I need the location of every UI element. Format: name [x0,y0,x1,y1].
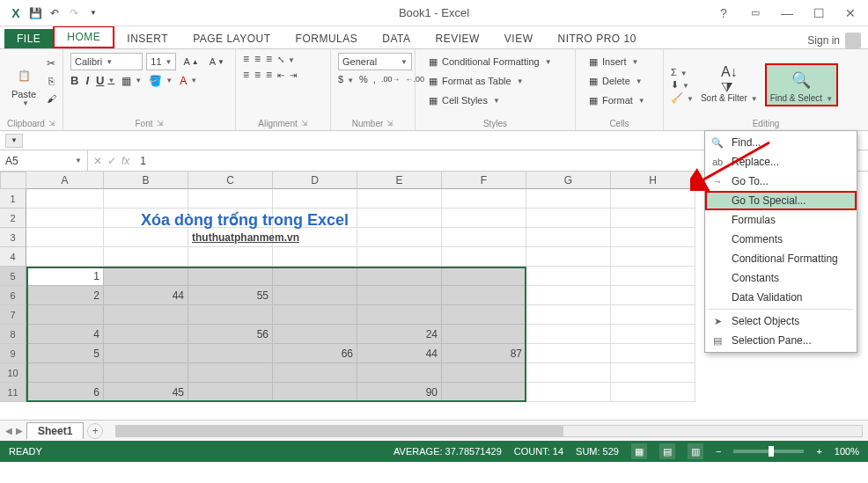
ribbon-collapse-button[interactable]: ▼ [5,134,23,148]
cell-F9[interactable]: 87 [442,344,526,363]
cell-A1[interactable] [26,189,104,209]
cell-A5[interactable]: 1 [26,267,104,286]
cell-C10[interactable] [188,363,273,383]
row-header-10[interactable]: 10 [0,363,26,383]
cell-G11[interactable] [526,383,611,402]
tab-insert[interactable]: INSERT [114,29,180,48]
cells-delete-button[interactable]: ▦Delete▼ [583,72,656,90]
cell-A9[interactable]: 5 [26,344,104,363]
view-layout-icon[interactable]: ▤ [659,443,675,459]
cell-E4[interactable] [357,247,442,267]
cell-D4[interactable] [273,247,357,267]
cell-B5[interactable] [104,267,188,286]
cell-H6[interactable] [611,286,695,305]
cells-insert-button[interactable]: ▦Insert▼ [583,53,656,70]
cell-F8[interactable] [442,325,526,344]
sheet-tab[interactable]: Sheet1 [26,422,84,439]
cell-A8[interactable]: 4 [26,325,104,344]
copy-icon[interactable]: ⎘ [44,74,58,88]
cell-styles-button[interactable]: ▦Cell Styles▼ [423,91,568,109]
cell-E8[interactable]: 24 [357,325,442,344]
tab-data[interactable]: DATA [370,29,423,48]
cell-C11[interactable] [188,383,273,402]
cell-E2[interactable] [357,209,442,228]
view-normal-icon[interactable]: ▦ [631,443,647,459]
cell-A3[interactable] [26,228,104,247]
row-header-8[interactable]: 8 [0,325,26,344]
font-name-combo[interactable]: Calibri▼ [70,53,143,70]
fx-button[interactable]: fx [121,155,129,167]
cell-G9[interactable] [526,344,611,363]
col-header-E[interactable]: E [357,172,442,189]
col-header-A[interactable]: A [26,172,104,189]
find-select-button[interactable]: 🔍 Find & Select▼ [765,63,838,107]
grow-font-button[interactable]: A▲ [180,55,202,69]
cell-F5[interactable] [442,267,526,286]
tab-page-layout[interactable]: PAGE LAYOUT [180,29,283,48]
menu-formulas[interactable]: Formulas [705,210,857,230]
minimize-button[interactable]: — [776,6,798,20]
border-button[interactable]: ▦▼ [121,75,142,87]
cell-A4[interactable] [26,247,104,267]
cell-E1[interactable] [357,189,442,209]
cell-E7[interactable] [357,305,442,325]
cell-B8[interactable] [104,325,188,344]
cell-G3[interactable] [526,228,611,247]
font-size-combo[interactable]: 11▼ [146,53,176,70]
align-center-icon[interactable]: ≡ [254,69,261,81]
percent-button[interactable]: % [359,74,368,84]
cell-G4[interactable] [526,247,611,267]
cell-G5[interactable] [526,267,611,286]
tab-view[interactable]: VIEW [492,29,546,48]
align-left-icon[interactable]: ≡ [243,69,249,81]
cell-C6[interactable]: 55 [188,286,273,305]
add-sheet-button[interactable]: + [87,423,103,439]
cell-D7[interactable] [273,305,357,325]
tab-nitro[interactable]: NITRO PRO 10 [546,29,649,48]
save-icon[interactable]: 💾 [28,6,42,20]
cell-C9[interactable] [188,344,273,363]
conditional-formatting-button[interactable]: ▦Conditional Formatting▼ [423,53,568,70]
row-header-3[interactable]: 3 [0,228,26,247]
format-as-table-button[interactable]: ▦Format as Table▼ [423,72,568,90]
col-header-G[interactable]: G [526,172,611,189]
bold-button[interactable]: B [70,74,78,87]
cell-C5[interactable] [188,267,273,286]
number-format-combo[interactable]: General▼ [338,53,412,70]
tab-file[interactable]: FILE [4,29,53,48]
cell-C4[interactable] [188,247,273,267]
cell-H3[interactable] [611,228,695,247]
cell-B4[interactable] [104,247,188,267]
zoom-level[interactable]: 100% [835,446,859,457]
cell-A6[interactable]: 2 [26,286,104,305]
indent-dec-icon[interactable]: ⇤ [277,70,284,80]
col-header-B[interactable]: B [104,172,188,189]
cell-H7[interactable] [611,305,695,325]
cell-D5[interactable] [273,267,357,286]
cell-E5[interactable] [357,267,442,286]
cancel-formula-icon[interactable]: ✕ [93,155,102,167]
cell-B6[interactable]: 44 [104,286,188,305]
cell-E11[interactable]: 90 [357,383,442,402]
menu-goto[interactable]: →Go To... [705,172,857,191]
cell-H1[interactable] [611,189,695,209]
dialog-launcher-icon[interactable]: ⇲ [386,119,394,128]
paste-button[interactable]: 📋 Paste ▼ [7,53,40,117]
cell-D1[interactable] [273,189,357,209]
menu-replace[interactable]: abReplace... [705,152,857,172]
zoom-out-button[interactable]: − [716,446,721,457]
menu-comments[interactable]: Comments [705,230,857,249]
menu-cf[interactable]: Conditional Formatting [705,249,857,268]
autosum-button[interactable]: Σ▼ [671,67,694,77]
align-bottom-icon[interactable]: ≡ [266,53,272,65]
row-header-7[interactable]: 7 [0,305,26,325]
cell-A10[interactable] [26,363,104,383]
cell-C8[interactable]: 56 [188,325,273,344]
fill-color-button[interactable]: 🪣▼ [149,75,173,87]
sort-filter-button[interactable]: A↓⧩ Sort & Filter▼ [697,65,761,106]
dialog-launcher-icon[interactable]: ⇲ [157,119,164,128]
cell-D8[interactable] [273,325,357,344]
cell-H10[interactable] [611,363,695,383]
align-middle-icon[interactable]: ≡ [254,53,261,65]
cell-B7[interactable] [104,305,188,325]
